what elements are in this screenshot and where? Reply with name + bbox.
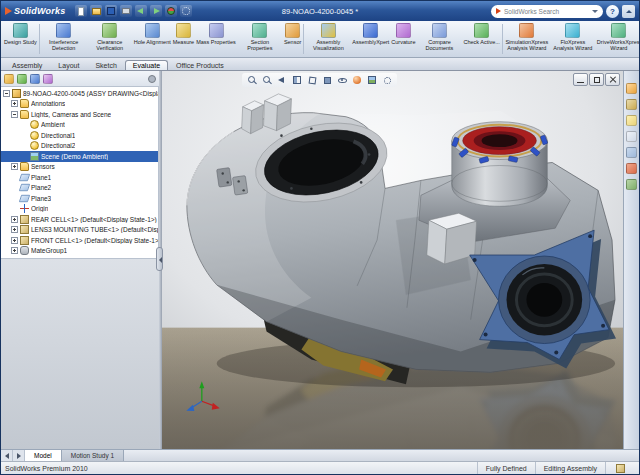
tree-row-annotations[interactable]: Annotations (1, 99, 158, 110)
pushpin-icon[interactable] (148, 75, 156, 83)
tree-row-plane1[interactable]: Plane1 (1, 172, 158, 183)
propertymanager-icon[interactable] (17, 74, 27, 84)
mategroup-icon (20, 246, 29, 255)
view-orientation-icon[interactable] (306, 74, 318, 86)
view-settings-icon[interactable] (381, 74, 393, 86)
ribbon-tool-section-properties[interactable]: Section Properties (237, 22, 283, 56)
displaymanager-icon[interactable] (43, 74, 53, 84)
tree-row-front-cell[interactable]: FRONT CELL<1> (Default<Display State-1>) (1, 235, 158, 246)
left-arrow-icon (5, 453, 9, 459)
tree-row-scene-selected[interactable]: Scene (Demo Ambient) (1, 151, 158, 162)
tree-row-mategroup1[interactable]: MateGroup1 (1, 246, 158, 257)
hide-show-items-icon[interactable] (336, 74, 348, 86)
tree-row-directional1[interactable]: Directional1 (1, 130, 158, 141)
ribbon-tool-mass-properties[interactable]: Mass Properties (195, 22, 237, 56)
ribbon-tool-sensor[interactable]: Sensor (283, 22, 302, 56)
tree-row-origin[interactable]: Origin (1, 204, 158, 215)
tree-row-root[interactable]: 89-NOAO-4200-0045 (ASSY DRAWING<Display … (1, 88, 158, 99)
help-button[interactable]: ? (606, 5, 619, 18)
collapse-menu-button[interactable] (622, 5, 635, 18)
tab-motion-study-1[interactable]: Motion Study 1 (62, 450, 124, 461)
tab-scroll-right-button[interactable] (13, 450, 25, 461)
ribbon-tool-assemblyxpert[interactable]: AssemblyXpert (351, 22, 390, 56)
tab-evaluate[interactable]: Evaluate (125, 60, 168, 70)
tab-layout[interactable]: Layout (50, 60, 87, 70)
tree-row-ambient[interactable]: Ambient (1, 120, 158, 131)
ribbon-tool-driveworksxpress[interactable]: DriveWorksXpress Wizard (596, 22, 639, 56)
rebuild-icon[interactable] (165, 5, 177, 17)
clearance-verification-icon (102, 23, 117, 38)
open-icon[interactable] (90, 5, 102, 17)
edit-appearance-icon[interactable] (351, 74, 363, 86)
search-dropdown-icon[interactable] (592, 10, 598, 13)
assemblyxpert-icon (363, 23, 378, 38)
expand-expander-icon[interactable] (11, 247, 18, 254)
solidworks-menu-button[interactable]: SolidWorks (1, 6, 69, 16)
display-style-icon[interactable] (321, 74, 333, 86)
ribbon-tool-simulationxpress[interactable]: SimulationXpress Analysis Wizard (504, 22, 550, 56)
ribbon-tool-interference-detection[interactable]: Interference Detection (41, 22, 87, 56)
zoom-area-icon[interactable] (261, 74, 273, 86)
ribbon-tool-assembly-visualization[interactable]: Assembly Visualization (305, 22, 351, 56)
expand-expander-icon[interactable] (11, 237, 18, 244)
graphics-viewport[interactable] (162, 71, 623, 449)
expand-expander-icon[interactable] (11, 226, 18, 233)
tab-assembly[interactable]: Assembly (4, 60, 50, 70)
tree-row-directional2[interactable]: Directional2 (1, 141, 158, 152)
appearances-scenes-icon[interactable] (626, 163, 637, 174)
tree-row-plane2[interactable]: Plane2 (1, 183, 158, 194)
tab-model[interactable]: Model (25, 450, 62, 461)
expand-expander-icon[interactable] (11, 163, 18, 170)
custom-properties-icon[interactable] (626, 179, 637, 190)
apply-scene-icon[interactable] (366, 74, 378, 86)
minimize-icon[interactable] (573, 73, 588, 86)
ribbon-tool-check-active[interactable]: Check Active... (462, 22, 500, 56)
design-library-icon[interactable] (626, 99, 637, 110)
editing-mode: Editing Assembly (535, 462, 605, 474)
view-palette-icon[interactable] (626, 147, 637, 158)
tab-office-products[interactable]: Office Products (168, 60, 232, 70)
save-icon[interactable] (105, 5, 117, 17)
restore-icon[interactable] (589, 73, 604, 86)
expand-expander-icon[interactable] (11, 216, 18, 223)
section-view-icon[interactable] (291, 74, 303, 86)
zoom-fit-icon[interactable] (246, 74, 258, 86)
search-input[interactable]: SolidWorks Search (491, 5, 603, 18)
collapse-expander-icon[interactable] (3, 90, 10, 97)
tab-scroll-left-button[interactable] (1, 450, 13, 461)
tree-row-lights-cameras-scene[interactable]: Lights, Cameras and Scene (1, 109, 158, 120)
redo-icon[interactable] (150, 5, 162, 17)
close-icon[interactable] (605, 73, 620, 86)
tree-row-plane3[interactable]: Plane3 (1, 193, 158, 204)
ribbon-tool-hole-alignment[interactable]: Hole Alignment (133, 22, 172, 56)
configurationmanager-icon[interactable] (30, 74, 40, 84)
quick-access-toolbar (75, 5, 192, 17)
new-document-icon[interactable] (75, 5, 87, 17)
panel-collapse-handle[interactable] (156, 247, 163, 271)
search-icon[interactable] (626, 131, 637, 142)
expand-expander-icon[interactable] (11, 100, 18, 107)
ribbon-tool-curvature[interactable]: Curvature (390, 22, 416, 56)
ribbon-tool-clearance-verification[interactable]: Clearance Verification (87, 22, 133, 56)
design-study-icon (13, 23, 28, 38)
ribbon-tool-compare-documents[interactable]: Compare Documents (416, 22, 462, 56)
check-active-document-icon (474, 23, 489, 38)
scene-icon (30, 152, 39, 161)
tree-row-sensors[interactable]: Sensors (1, 162, 158, 173)
print-icon[interactable] (120, 5, 132, 17)
solidworks-window: SolidWorks 89-NOAO-4200-0045 * SolidWork… (0, 0, 640, 475)
ribbon-tool-floxpress[interactable]: FloXpress Analysis Wizard (550, 22, 596, 56)
measure-icon (176, 23, 191, 38)
featuremanager-icon[interactable] (4, 74, 14, 84)
file-explorer-icon[interactable] (626, 115, 637, 126)
options-icon[interactable] (180, 5, 192, 17)
ribbon-tool-design-study[interactable]: Design Study (3, 22, 38, 56)
ribbon-tool-measure[interactable]: Measure (172, 22, 195, 56)
solidworks-resources-icon[interactable] (626, 83, 637, 94)
tree-row-rear-cell[interactable]: REAR CELL<1> (Default<Display State-1>) (1, 214, 158, 225)
tab-sketch[interactable]: Sketch (87, 60, 124, 70)
tree-row-lens3-mounting-tube[interactable]: LENS3 MOUNTING TUBE<1> (Default<Display … (1, 225, 158, 236)
previous-view-icon[interactable] (276, 74, 288, 86)
collapse-expander-icon[interactable] (11, 111, 18, 118)
undo-icon[interactable] (135, 5, 147, 17)
